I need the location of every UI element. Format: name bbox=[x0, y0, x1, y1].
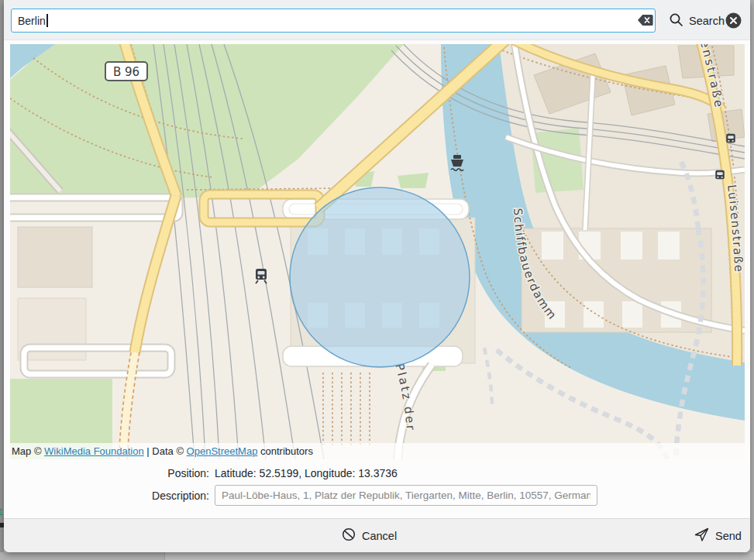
text-caret bbox=[46, 14, 48, 27]
description-label: Description: bbox=[4, 490, 209, 502]
location-picker-dialog: Search bbox=[4, 0, 750, 552]
tram-stop-icon bbox=[715, 170, 724, 179]
cancel-button[interactable]: Cancel bbox=[337, 524, 401, 547]
location-marker-circle[interactable] bbox=[290, 187, 470, 367]
attribution-map-prefix: Map © bbox=[12, 445, 44, 457]
backdrop-bottom-strip bbox=[0, 552, 754, 560]
search-input[interactable] bbox=[11, 9, 656, 33]
send-icon bbox=[694, 527, 709, 545]
openstreetmap-link[interactable]: OpenStreetMap bbox=[187, 445, 258, 457]
attribution-data-prefix: | Data © bbox=[144, 445, 187, 457]
position-value: Latitude: 52.5199, Longitude: 13.3736 bbox=[215, 467, 398, 479]
backdrop-right-strip bbox=[750, 0, 754, 560]
clear-text-icon[interactable] bbox=[637, 14, 654, 26]
description-input[interactable] bbox=[215, 485, 597, 506]
dialog-footer: Cancel Send bbox=[4, 518, 750, 552]
map-view[interactable]: Schiffbauerdamm senstraße Luisenstraße P… bbox=[10, 44, 745, 459]
search-header: Search bbox=[4, 0, 750, 40]
position-label: Position: bbox=[4, 467, 209, 479]
cancel-icon bbox=[342, 527, 356, 544]
attribution-suffix: contributors bbox=[257, 445, 313, 457]
send-button[interactable]: Send bbox=[690, 524, 746, 547]
search-button-label: Search bbox=[689, 15, 725, 27]
map-attribution: Map © WikiMedia Foundation | Data © Open… bbox=[10, 443, 745, 459]
backdrop-sidebar-edge bbox=[0, 552, 165, 560]
wikimedia-foundation-link[interactable]: WikiMedia Foundation bbox=[44, 445, 144, 457]
close-dialog-button[interactable] bbox=[725, 12, 742, 29]
underlying-window-text-peek: € bbox=[0, 507, 2, 517]
send-button-label: Send bbox=[715, 530, 742, 542]
search-icon bbox=[669, 12, 683, 29]
svg-text:B 96: B 96 bbox=[113, 65, 139, 79]
search-button[interactable]: Search bbox=[664, 10, 729, 31]
close-icon bbox=[725, 19, 742, 31]
road-shield-b96: B 96 bbox=[105, 62, 147, 81]
cancel-button-label: Cancel bbox=[362, 530, 397, 542]
tram-stop-icon bbox=[726, 134, 735, 143]
